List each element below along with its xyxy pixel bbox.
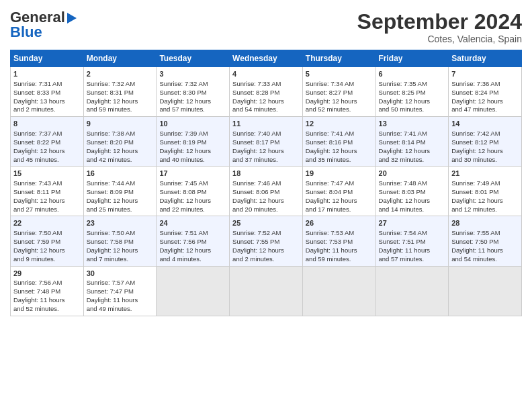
day-number: 25 bbox=[232, 218, 300, 228]
calendar-cell: 3Sunrise: 7:32 AMSunset: 8:30 PMDaylight… bbox=[157, 67, 230, 117]
day-number: 12 bbox=[306, 119, 373, 129]
day-number: 5 bbox=[306, 69, 373, 79]
calendar-cell: 7Sunrise: 7:36 AMSunset: 8:24 PMDaylight… bbox=[449, 67, 522, 117]
calendar-cell: 4Sunrise: 7:33 AMSunset: 8:28 PMDaylight… bbox=[230, 67, 303, 117]
calendar-cell: 19Sunrise: 7:47 AMSunset: 8:04 PMDayligh… bbox=[302, 167, 375, 216]
calendar-cell: 25Sunrise: 7:52 AMSunset: 7:55 PMDayligh… bbox=[230, 216, 303, 266]
calendar-cell: 1Sunrise: 7:31 AMSunset: 8:33 PMDaylight… bbox=[11, 67, 84, 117]
day-number: 20 bbox=[379, 169, 446, 179]
week-row-2: 15Sunrise: 7:43 AMSunset: 8:11 PMDayligh… bbox=[11, 167, 522, 216]
logo-text: General bbox=[10, 10, 77, 25]
day-number: 2 bbox=[87, 69, 154, 79]
calendar-cell: 26Sunrise: 7:53 AMSunset: 7:53 PMDayligh… bbox=[302, 216, 375, 266]
calendar-cell bbox=[375, 266, 449, 316]
title-block: September 2024 Cotes, Valencia, Spain bbox=[357, 10, 522, 44]
calendar-cell: 13Sunrise: 7:41 AMSunset: 8:14 PMDayligh… bbox=[375, 117, 449, 167]
col-header-friday: Friday bbox=[375, 50, 449, 67]
day-number: 22 bbox=[13, 218, 81, 228]
calendar-cell: 17Sunrise: 7:45 AMSunset: 8:08 PMDayligh… bbox=[157, 167, 230, 216]
day-number: 4 bbox=[232, 69, 300, 79]
day-number: 14 bbox=[451, 119, 519, 129]
calendar-cell bbox=[449, 266, 522, 316]
day-number: 28 bbox=[451, 218, 519, 228]
calendar-cell: 6Sunrise: 7:35 AMSunset: 8:25 PMDaylight… bbox=[375, 67, 449, 117]
day-number: 10 bbox=[159, 119, 226, 129]
week-row-4: 29Sunrise: 7:56 AMSunset: 7:48 PMDayligh… bbox=[11, 266, 522, 316]
header-row: SundayMondayTuesdayWednesdayThursdayFrid… bbox=[11, 50, 522, 67]
calendar-cell: 21Sunrise: 7:49 AMSunset: 8:01 PMDayligh… bbox=[449, 167, 522, 216]
week-row-0: 1Sunrise: 7:31 AMSunset: 8:33 PMDaylight… bbox=[11, 67, 522, 117]
day-number: 9 bbox=[87, 119, 154, 129]
calendar-cell bbox=[230, 266, 303, 316]
col-header-wednesday: Wednesday bbox=[230, 50, 303, 67]
calendar-cell: 2Sunrise: 7:32 AMSunset: 8:31 PMDaylight… bbox=[83, 67, 157, 117]
calendar-cell: 5Sunrise: 7:34 AMSunset: 8:27 PMDaylight… bbox=[302, 67, 375, 117]
calendar-cell: 14Sunrise: 7:42 AMSunset: 8:12 PMDayligh… bbox=[449, 117, 522, 167]
day-number: 18 bbox=[232, 169, 300, 179]
calendar-cell: 10Sunrise: 7:39 AMSunset: 8:19 PMDayligh… bbox=[157, 117, 230, 167]
calendar-cell: 18Sunrise: 7:46 AMSunset: 8:06 PMDayligh… bbox=[230, 167, 303, 216]
week-row-3: 22Sunrise: 7:50 AMSunset: 7:59 PMDayligh… bbox=[11, 216, 522, 266]
col-header-saturday: Saturday bbox=[449, 50, 522, 67]
month-title: September 2024 bbox=[357, 10, 522, 34]
day-number: 7 bbox=[451, 69, 519, 79]
calendar-cell: 20Sunrise: 7:48 AMSunset: 8:03 PMDayligh… bbox=[375, 167, 449, 216]
calendar-cell: 12Sunrise: 7:41 AMSunset: 8:16 PMDayligh… bbox=[302, 117, 375, 167]
calendar-cell: 9Sunrise: 7:38 AMSunset: 8:20 PMDaylight… bbox=[83, 117, 157, 167]
calendar-cell: 23Sunrise: 7:50 AMSunset: 7:58 PMDayligh… bbox=[83, 216, 157, 266]
calendar-cell: 24Sunrise: 7:51 AMSunset: 7:56 PMDayligh… bbox=[157, 216, 230, 266]
day-number: 3 bbox=[159, 69, 226, 79]
calendar-cell: 29Sunrise: 7:56 AMSunset: 7:48 PMDayligh… bbox=[11, 266, 84, 316]
day-number: 15 bbox=[13, 169, 81, 179]
logo: General Blue bbox=[10, 10, 77, 40]
day-number: 17 bbox=[159, 169, 226, 179]
calendar-cell: 27Sunrise: 7:54 AMSunset: 7:51 PMDayligh… bbox=[375, 216, 449, 266]
day-number: 30 bbox=[87, 269, 154, 279]
col-header-tuesday: Tuesday bbox=[157, 50, 230, 67]
col-header-thursday: Thursday bbox=[302, 50, 375, 67]
day-number: 21 bbox=[451, 169, 519, 179]
calendar-cell: 16Sunrise: 7:44 AMSunset: 8:09 PMDayligh… bbox=[83, 167, 157, 216]
calendar-cell: 30Sunrise: 7:57 AMSunset: 7:47 PMDayligh… bbox=[83, 266, 157, 316]
day-number: 13 bbox=[379, 119, 446, 129]
day-number: 11 bbox=[232, 119, 300, 129]
calendar-cell: 15Sunrise: 7:43 AMSunset: 8:11 PMDayligh… bbox=[11, 167, 84, 216]
header: General Blue September 2024 Cotes, Valen… bbox=[10, 10, 522, 44]
day-number: 1 bbox=[13, 69, 81, 79]
calendar-cell: 22Sunrise: 7:50 AMSunset: 7:59 PMDayligh… bbox=[11, 216, 84, 266]
page: General Blue September 2024 Cotes, Valen… bbox=[0, 0, 532, 411]
day-number: 16 bbox=[87, 169, 154, 179]
location-subtitle: Cotes, Valencia, Spain bbox=[357, 34, 522, 44]
calendar-table: SundayMondayTuesdayWednesdayThursdayFrid… bbox=[10, 50, 522, 316]
calendar-cell bbox=[157, 266, 230, 316]
day-number: 27 bbox=[379, 218, 446, 228]
col-header-monday: Monday bbox=[83, 50, 157, 67]
calendar-cell: 11Sunrise: 7:40 AMSunset: 8:17 PMDayligh… bbox=[230, 117, 303, 167]
day-number: 8 bbox=[13, 119, 81, 129]
week-row-1: 8Sunrise: 7:37 AMSunset: 8:22 PMDaylight… bbox=[11, 117, 522, 167]
day-number: 26 bbox=[306, 218, 373, 228]
calendar-cell: 8Sunrise: 7:37 AMSunset: 8:22 PMDaylight… bbox=[11, 117, 84, 167]
logo-blue: Blue bbox=[10, 25, 42, 40]
day-number: 29 bbox=[13, 269, 81, 279]
col-header-sunday: Sunday bbox=[11, 50, 84, 67]
calendar-cell: 28Sunrise: 7:55 AMSunset: 7:50 PMDayligh… bbox=[449, 216, 522, 266]
day-number: 19 bbox=[306, 169, 373, 179]
calendar-cell bbox=[302, 266, 375, 316]
day-number: 6 bbox=[379, 69, 446, 79]
day-number: 24 bbox=[159, 218, 226, 228]
day-number: 23 bbox=[87, 218, 154, 228]
